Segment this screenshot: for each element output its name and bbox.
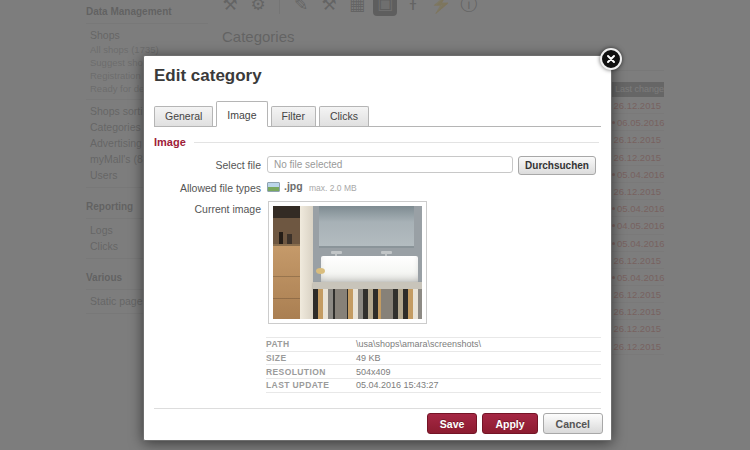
screen: ⚒⚙ ✎⚒▦▣Ŧ⚡ⓘ Categories Data ManagementSho… bbox=[0, 0, 750, 450]
current-image-label: Current image bbox=[144, 203, 261, 215]
jpg-file-icon bbox=[267, 182, 280, 192]
bottle bbox=[279, 232, 283, 244]
edit-category-modal: Edit category GeneralImageFilterClicks I… bbox=[143, 55, 612, 441]
meta-row: SIZE 49 KB bbox=[266, 352, 601, 366]
modal-buttons: SaveApplyCancel bbox=[427, 413, 603, 434]
towel-shelf bbox=[313, 289, 422, 319]
soap-sponge bbox=[316, 268, 325, 274]
select-file-label: Select file bbox=[144, 159, 261, 171]
meta-value: 05.04.2016 15:43:27 bbox=[356, 380, 439, 390]
bottle bbox=[287, 234, 292, 244]
faucet-left bbox=[331, 251, 342, 254]
max-size-note: max. 2.0 MB bbox=[309, 183, 357, 193]
meta-label: SIZE bbox=[266, 353, 356, 363]
allowed-file-types-label: Allowed file types bbox=[144, 182, 261, 194]
support-post bbox=[335, 289, 347, 319]
mirror bbox=[319, 206, 414, 248]
countertop bbox=[313, 282, 422, 289]
modal-title: Edit category bbox=[154, 66, 262, 86]
meta-value: 49 KB bbox=[356, 353, 381, 363]
allowed-extension: .jpg bbox=[284, 180, 303, 192]
current-image-photo bbox=[273, 206, 422, 319]
support-post bbox=[381, 289, 393, 319]
cabinet-top-shadow bbox=[273, 206, 300, 218]
meta-label: PATH bbox=[266, 339, 356, 349]
faucet-right bbox=[381, 251, 392, 254]
close-icon bbox=[606, 54, 616, 64]
save-button[interactable]: Save bbox=[427, 413, 478, 434]
footer-divider bbox=[154, 408, 601, 409]
sink-basin bbox=[321, 256, 418, 284]
apply-button[interactable]: Apply bbox=[482, 413, 537, 434]
file-input[interactable]: No file selected bbox=[267, 156, 513, 173]
modal-tabs: GeneralImageFilterClicks bbox=[154, 100, 601, 127]
cancel-button[interactable]: Cancel bbox=[543, 413, 603, 434]
current-image-thumbnail bbox=[268, 201, 427, 324]
meta-value: 504x409 bbox=[356, 367, 391, 377]
close-button[interactable] bbox=[600, 48, 622, 70]
rolled-towels bbox=[313, 289, 422, 319]
drawer-seam bbox=[273, 276, 300, 277]
meta-label: RESOLUTION bbox=[266, 367, 356, 377]
section-heading: Image bbox=[154, 136, 599, 148]
image-meta-table: PATH \usa\shops\amara\screenshots\ SIZE … bbox=[266, 337, 601, 393]
section-title: Image bbox=[154, 136, 186, 148]
meta-value: \usa\shops\amara\screenshots\ bbox=[356, 339, 481, 349]
browse-button[interactable]: Durchsuchen bbox=[518, 156, 596, 175]
tab-image[interactable]: Image bbox=[216, 101, 267, 127]
tab-clicks[interactable]: Clicks bbox=[319, 106, 369, 126]
tab-general[interactable]: General bbox=[154, 106, 213, 126]
meta-row: PATH \usa\shops\amara\screenshots\ bbox=[266, 338, 601, 352]
meta-row: LAST UPDATE 05.04.2016 15:43:27 bbox=[266, 379, 601, 393]
tab-filter[interactable]: Filter bbox=[271, 106, 316, 126]
wall-strip bbox=[300, 206, 313, 319]
section-rule bbox=[194, 142, 599, 143]
drawer-seam bbox=[273, 298, 300, 299]
meta-row: RESOLUTION 504x409 bbox=[266, 365, 601, 379]
meta-label: LAST UPDATE bbox=[266, 380, 356, 390]
